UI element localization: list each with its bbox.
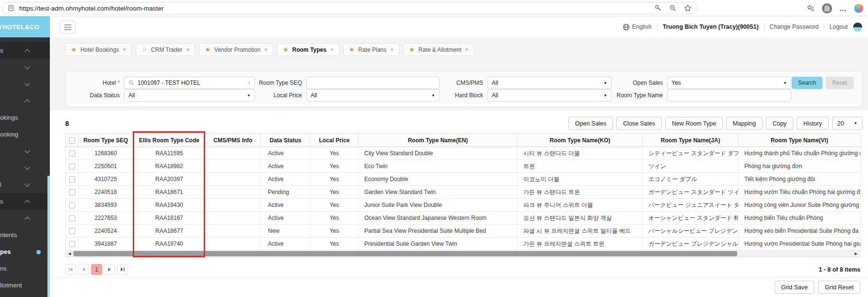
column-header[interactable]: Data Status: [261, 134, 311, 147]
browser-menu-icon[interactable]: …: [839, 4, 847, 12]
copilot-icon[interactable]: [854, 4, 863, 13]
close-icon[interactable]: ×: [123, 46, 126, 53]
sidebar-item-ntents[interactable]: ntents: [0, 227, 50, 243]
sidebar-item-7[interactable]: [0, 160, 50, 176]
scroll-right-icon[interactable]: ▶: [852, 251, 860, 256]
column-header[interactable]: Room Type Name(KO): [518, 134, 643, 147]
row-checkbox[interactable]: [69, 241, 75, 247]
column-header[interactable]: CMS/PMS Info: [206, 134, 261, 147]
copy-button[interactable]: Copy: [766, 117, 793, 130]
room-type-name-field[interactable]: [667, 89, 791, 102]
sidebar-item-1[interactable]: [0, 59, 50, 76]
open-sales-button[interactable]: Open Sales: [568, 117, 613, 130]
profile-avatar[interactable]: [822, 3, 832, 13]
sidebar-item-ns[interactable]: ns: [0, 260, 50, 277]
new-room-type-button[interactable]: New Room Type: [665, 117, 723, 130]
close-icon[interactable]: ×: [465, 46, 468, 53]
sidebar-scrollbar[interactable]: [47, 176, 50, 297]
star-icon[interactable]: ★: [409, 46, 415, 53]
sidebar-item-s[interactable]: s: [0, 193, 50, 210]
sidebar-item-3[interactable]: [0, 92, 50, 109]
column-header[interactable]: Room Type Name(VI): [739, 134, 861, 147]
mapping-button[interactable]: Mapping: [726, 117, 763, 130]
hotel-search-field[interactable]: ×: [124, 77, 255, 89]
sidebar-item-llotment[interactable]: llotment: [0, 277, 50, 294]
sidebar-item-ooking[interactable]: ooking: [0, 126, 50, 143]
local-price-select[interactable]: All▼: [306, 89, 440, 102]
close-icon[interactable]: ×: [186, 46, 189, 53]
logout-link[interactable]: Logout: [830, 23, 848, 30]
room-type-seq-field[interactable]: [306, 77, 440, 89]
star-icon[interactable]: ★: [349, 46, 355, 53]
cell-local: Yes: [311, 225, 359, 238]
open-sales-select[interactable]: Yes▼: [667, 77, 791, 89]
horizontal-scrollbar[interactable]: ◀ ▶: [65, 250, 860, 257]
star-icon[interactable]: ★: [283, 46, 289, 53]
close-icon[interactable]: ×: [264, 46, 267, 53]
address-bar[interactable]: https://test-adm.ohmyhotel.com/hotel/roo…: [2, 2, 698, 14]
scroll-left-icon[interactable]: ◀: [66, 251, 73, 256]
row-checkbox[interactable]: [69, 228, 75, 234]
cms-pms-select[interactable]: All▼: [487, 77, 612, 89]
change-password-link[interactable]: Change Password: [770, 23, 819, 30]
close-sales-button[interactable]: Close Sales: [616, 117, 662, 130]
sidebar-item-2[interactable]: [0, 76, 50, 92]
tab-crm-trader[interactable]: ☆CRM Trader×: [136, 43, 195, 56]
prev-page-button[interactable]: [78, 264, 89, 275]
password-key-icon[interactable]: [654, 4, 662, 12]
favorite-star-icon[interactable]: [684, 4, 692, 12]
close-icon[interactable]: ×: [330, 46, 334, 53]
sidebar-item-s[interactable]: s: [0, 42, 50, 59]
clear-hotel-icon[interactable]: ×: [247, 80, 251, 86]
last-page-button[interactable]: [117, 264, 128, 275]
row-checkbox[interactable]: [69, 176, 75, 183]
grid-reset-button[interactable]: Grid Reset: [818, 281, 860, 294]
sidebar-item-okings[interactable]: okings: [0, 109, 50, 126]
room-type-name-input[interactable]: [671, 92, 787, 99]
collections-icon[interactable]: [807, 4, 815, 12]
star-icon[interactable]: ★: [205, 46, 210, 53]
row-checkbox[interactable]: [69, 150, 75, 157]
tab-vendor-promotion[interactable]: ★Vendor Promotion×: [199, 43, 273, 56]
zoom-out-icon[interactable]: [669, 4, 677, 12]
grid-save-button[interactable]: Grid Save: [775, 281, 815, 294]
account-circle-icon[interactable]: [853, 23, 862, 32]
star-icon[interactable]: ☆: [141, 46, 147, 53]
column-header[interactable]: Room Type Name(JA): [643, 134, 739, 147]
site-info-icon[interactable]: [8, 5, 14, 11]
row-checkbox[interactable]: [69, 163, 75, 170]
hard-block-select[interactable]: All▼: [487, 89, 612, 102]
tab-hotel-bookings[interactable]: ★Hotel Bookings×: [65, 43, 132, 56]
star-icon[interactable]: ★: [71, 46, 77, 53]
search-button[interactable]: Search: [792, 77, 822, 89]
page-button-1[interactable]: 1: [91, 264, 102, 275]
sidebar-item-pes[interactable]: pes: [0, 243, 50, 260]
select-all-checkbox[interactable]: [69, 137, 75, 144]
data-status-select[interactable]: All▼: [124, 89, 255, 102]
hotel-input[interactable]: [138, 80, 244, 86]
column-header[interactable]: Local Price: [311, 134, 359, 147]
tab-room-types[interactable]: ★Room Types×: [277, 43, 339, 56]
history-button[interactable]: History: [797, 117, 829, 130]
scrollbar-thumb[interactable]: [73, 251, 737, 256]
tab-rate-plans[interactable]: ★Rate Plans×: [343, 43, 399, 56]
row-checkbox[interactable]: [69, 215, 75, 221]
sidebar-item-6[interactable]: [0, 143, 50, 160]
room-type-seq-input[interactable]: [311, 80, 435, 86]
column-header[interactable]: Ellis Room Type Code: [133, 134, 206, 147]
sidebar-item-10[interactable]: [0, 210, 50, 227]
page-size-select[interactable]: 20▼: [832, 117, 863, 130]
tab-rate-allotment[interactable]: ★Rate & Allotment×: [403, 43, 474, 56]
column-header[interactable]: Room Type SEQ: [79, 134, 133, 147]
language-selector[interactable]: English: [623, 23, 652, 31]
column-header[interactable]: Room Type Name(EN): [359, 134, 518, 147]
close-icon[interactable]: ×: [390, 46, 393, 53]
sidebar-item-l[interactable]: l: [0, 176, 50, 193]
next-page-button[interactable]: [104, 264, 115, 275]
reset-button[interactable]: Reset: [826, 77, 854, 89]
row-checkbox[interactable]: [69, 202, 75, 208]
menu-toggle-button[interactable]: [60, 21, 76, 34]
first-page-button[interactable]: [65, 264, 76, 275]
row-checkbox[interactable]: [69, 189, 75, 195]
url-text[interactable]: https://test-adm.ohmyhotel.com/hotel/roo…: [19, 5, 164, 12]
